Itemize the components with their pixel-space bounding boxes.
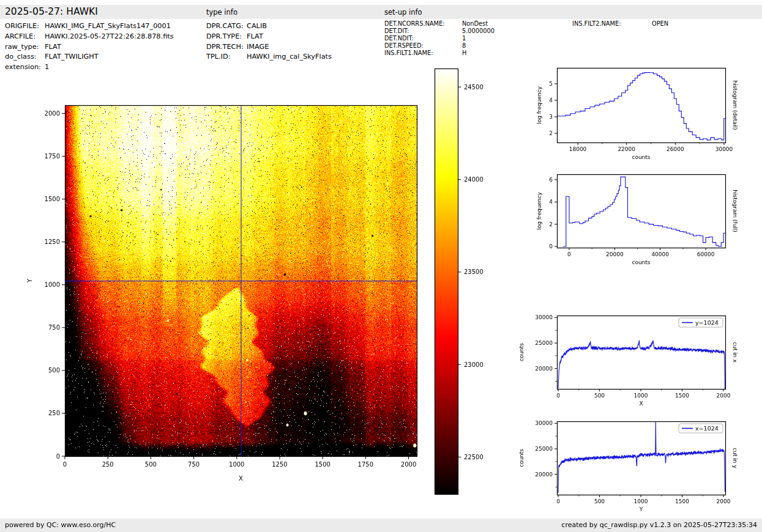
y-tick-label: 6 [549,177,553,183]
x-tick-label: 1500 [675,393,689,399]
x-tick-label: 1000 [229,461,244,468]
y-tick-label: 4 [549,97,553,103]
x-tick-label: 26000 [667,146,684,152]
colorbar-tick-label: 24500 [464,84,484,91]
legend-label: x=1024 [695,425,719,432]
y-tick-label: 2000 [45,110,60,117]
y-tick-label: 1500 [45,196,60,202]
x-tick-label: 1500 [315,461,330,468]
y-tick-label: 20000 [535,366,553,372]
y-tick-label: 250 [48,410,60,416]
x-tick-label: 500 [594,393,605,399]
y-tick-label: 2 [549,221,553,227]
y-tick-label: 5 [549,81,553,87]
x-tick-label: 1000 [634,393,648,399]
cut_in_x-line [558,341,725,389]
right-axis-label: histogram (detail) [732,81,738,130]
x-tick-label: 60000 [697,251,715,257]
histogram_detail-plot: 180002200026000300002345countslog freque… [536,68,738,161]
right-axis-label: cut in y [732,448,738,468]
x-axis-label: counts [632,259,650,265]
cut_in_x-plot: 0500100015002000200002500030000Xcountscu… [518,314,738,407]
colorbar-tick-label: 22500 [464,454,484,460]
y-tick-label: 500 [48,367,60,374]
y-axis-label: log frequency [536,191,542,229]
y-tick-label: 0 [549,243,553,249]
footer-left: powered by QC: www.eso.org/HC [5,521,116,529]
qc-report-page: 2025-05-27: HAWKI type info set-up info … [0,0,762,532]
x-tick-label: 2000 [401,461,416,468]
x-tick-label: 1250 [272,461,287,468]
footer-right: created by qc_rawdisp.py v1.2.3 on 2025-… [561,521,757,529]
x-tick-label: 40000 [651,251,669,257]
y-axis-label: log frequency [536,86,542,124]
x-tick-label: 0 [63,461,67,468]
colorbar-tick-label: 24000 [464,176,484,183]
right-axis-label: histogram (full) [732,190,738,232]
x-axis-label: X [239,475,243,482]
y-tick-label: 0 [56,453,60,460]
y-tick-label: 20000 [535,471,553,478]
x-tick-label: 500 [594,498,605,504]
x-tick-label: 22000 [618,146,635,152]
x-tick-label: 18000 [569,146,587,152]
x-tick-label: 30000 [715,146,733,152]
colorbar-tick-label: 23500 [464,268,484,275]
y-tick-label: 1250 [45,238,60,245]
x-tick-label: 500 [145,461,157,468]
histogram_detail-line [557,73,725,140]
y-tick-label: 3 [549,114,553,120]
x-axis-label: counts [632,154,650,160]
x-tick-label: 0 [567,251,571,257]
y-axis-label: counts [518,343,525,361]
y-tick-label: 750 [48,324,60,331]
x-tick-label: 250 [102,461,114,468]
histogram_full-plot: 02000040000600000246countslog frequencyh… [536,175,738,266]
x-tick-label: 20000 [606,251,624,257]
plots-overlay: 180002200026000300002345countslog freque… [0,0,762,532]
y-tick-label: 30000 [535,420,553,426]
footer-bar: powered by QC: www.eso.org/HC created by… [0,519,762,532]
y-tick-label: 1000 [45,281,60,288]
x-axis-label: Y [639,506,643,512]
y-tick-label: 4 [549,199,553,205]
x-tick-label: 2000 [717,498,731,504]
main-image-axes: 0250500750100012501500175020000250500750… [26,69,484,495]
y-tick-label: 25000 [535,340,553,346]
legend-label: y=1024 [695,319,719,326]
x-tick-label: 750 [188,461,200,468]
x-tick-label: 1000 [634,498,648,504]
y-axis-label: counts [518,449,525,467]
y-tick-label: 30000 [535,314,553,320]
y-tick-label: 1750 [45,153,60,160]
x-tick-label: 0 [556,498,560,504]
x-tick-label: 2000 [717,393,731,399]
histogram_full-line [563,177,725,246]
cut_in_y-plot: 0500100015002000200002500030000Ycountscu… [518,420,738,512]
x-axis-label: X [639,401,643,407]
y-tick-label: 2 [549,130,553,136]
x-tick-label: 1500 [675,498,689,504]
x-tick-label: 1750 [358,461,373,468]
y-tick-label: 25000 [535,446,553,452]
x-tick-label: 0 [556,393,560,399]
colorbar-tick-label: 23000 [464,361,484,368]
y-axis-label: Y [26,278,33,283]
right-axis-label: cut in x [732,342,738,363]
